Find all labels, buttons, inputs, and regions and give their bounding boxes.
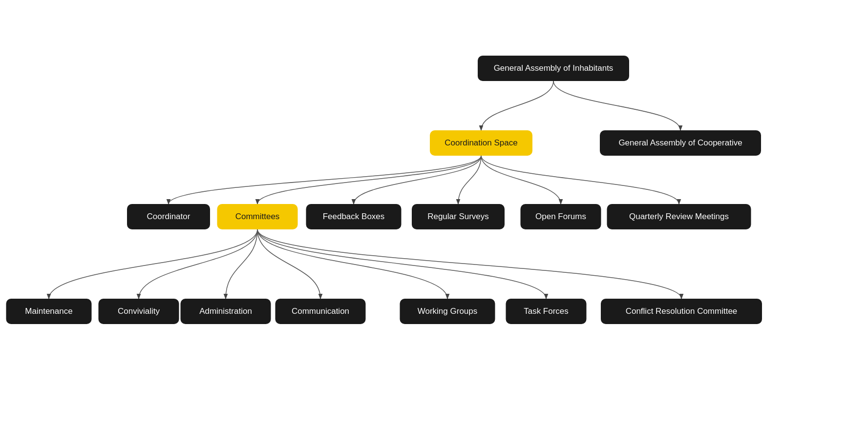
node-root[interactable]: General Assembly of Inhabitants [478, 56, 629, 81]
edge-coord_space-to-feedback [354, 156, 481, 204]
node-label-quarterly: Quarterly Review Meetings [629, 212, 729, 221]
node-committees[interactable]: Committees [217, 204, 298, 229]
node-label-committees: Committees [235, 212, 280, 221]
edge-committees-to-maintenance [49, 229, 257, 299]
node-gen_assoc[interactable]: General Assembly of Cooperative [600, 130, 761, 156]
node-label-conviviality: Conviviality [118, 306, 160, 316]
node-feedback[interactable]: Feedback Boxes [306, 204, 402, 229]
node-label-forums: Open Forums [535, 212, 586, 221]
edge-coord_space-to-quarterly [481, 156, 679, 204]
edge-root-to-coord_space [481, 81, 553, 130]
node-conviviality[interactable]: Conviviality [99, 299, 179, 324]
node-label-communication: Communication [292, 306, 349, 316]
node-communication[interactable]: Communication [275, 299, 366, 324]
node-task_forces[interactable]: Task Forces [506, 299, 587, 324]
node-label-coordinator: Coordinator [147, 212, 191, 221]
node-quarterly[interactable]: Quarterly Review Meetings [607, 204, 751, 229]
node-coordinator[interactable]: Coordinator [127, 204, 210, 229]
edge-committees-to-conflict [257, 229, 681, 299]
edge-committees-to-administration [226, 229, 257, 299]
edge-coord_space-to-forums [481, 156, 561, 204]
node-label-conflict: Conflict Resolution Committee [626, 306, 738, 316]
node-label-task_forces: Task Forces [524, 306, 569, 316]
node-administration[interactable]: Administration [181, 299, 271, 324]
node-label-gen_assoc: General Assembly of Cooperative [618, 138, 742, 147]
node-label-surveys: Regular Surveys [427, 212, 489, 221]
edge-committees-to-task_forces [257, 229, 546, 299]
node-label-root: General Assembly of Inhabitants [494, 63, 614, 73]
node-surveys[interactable]: Regular Surveys [412, 204, 505, 229]
node-working_groups[interactable]: Working Groups [400, 299, 495, 324]
node-coord_space[interactable]: Coordination Space [430, 130, 532, 156]
node-label-working_groups: Working Groups [418, 306, 478, 316]
node-maintenance[interactable]: Maintenance [6, 299, 92, 324]
node-label-maintenance: Maintenance [25, 306, 72, 316]
node-conflict[interactable]: Conflict Resolution Committee [601, 299, 762, 324]
node-label-administration: Administration [199, 306, 252, 316]
node-label-coord_space: Coordination Space [445, 138, 517, 147]
edge-root-to-gen_assoc [553, 81, 680, 130]
node-label-feedback: Feedback Boxes [323, 212, 385, 221]
edge-committees-to-working_groups [257, 229, 447, 299]
org-chart: General Assembly of InhabitantsCoordinat… [0, 0, 868, 429]
edge-committees-to-conviviality [139, 229, 257, 299]
node-forums[interactable]: Open Forums [521, 204, 601, 229]
edge-coord_space-to-coordinator [169, 156, 481, 204]
edge-coord_space-to-committees [257, 156, 481, 204]
